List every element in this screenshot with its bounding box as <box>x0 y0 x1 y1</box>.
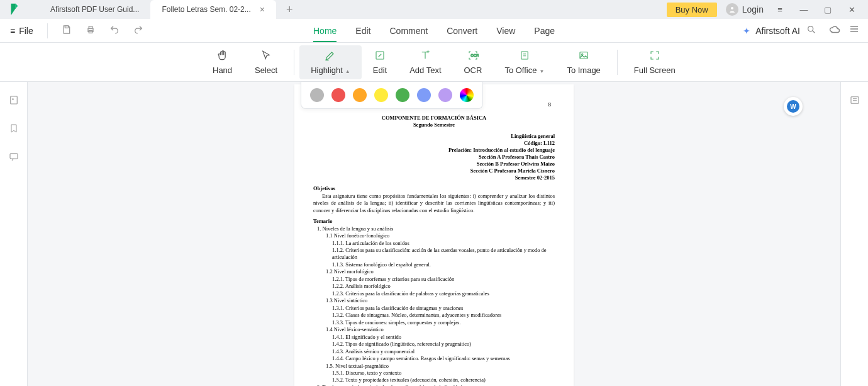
tab-edit[interactable]: Edit <box>355 20 370 42</box>
meta-line: Sección B Profesor Orlwins Maizo <box>313 161 555 167</box>
workspace: 8 Componente de Formación Básica Segundo… <box>0 82 868 386</box>
svg-text:OCR: OCR <box>470 54 479 57</box>
to-image-label: To Image <box>567 65 600 75</box>
color-wheel[interactable] <box>460 88 474 102</box>
tab-title: Afirstsoft PDF User Guid... <box>50 5 139 14</box>
close-icon[interactable]: × <box>260 4 265 14</box>
file-label: File <box>19 26 33 36</box>
doc-title-1: Componente de Formación Básica <box>313 115 555 122</box>
page: 8 Componente de Formación Básica Segundo… <box>294 84 574 386</box>
ocr-tool[interactable]: OCR OCR <box>453 45 494 79</box>
right-rail <box>840 82 868 386</box>
select-label: Select <box>255 65 277 75</box>
tab-view[interactable]: View <box>496 20 515 42</box>
convert-to-word-badge[interactable]: W <box>784 97 803 116</box>
to-office-label: To Office▼ <box>504 65 544 75</box>
hand-tool[interactable]: Hand <box>201 45 243 79</box>
outline-item: 1.1.2. Criterios para su clasificación: … <box>332 247 555 261</box>
highlight-color-popup <box>301 82 483 109</box>
color-yellow[interactable] <box>374 88 388 102</box>
meta-line: Prelación: Introducción al estudio del l… <box>313 147 555 154</box>
outline-item: 1.3.3. Tipos de oraciones: simples, comp… <box>332 319 555 326</box>
tab-convert[interactable]: Convert <box>447 20 477 42</box>
settings-lines-icon[interactable] <box>849 24 859 37</box>
document-canvas[interactable]: 8 Componente de Formación Básica Segundo… <box>28 82 840 386</box>
to-image-tool[interactable]: To Image <box>555 45 611 79</box>
separator <box>617 50 618 75</box>
save-icon[interactable] <box>62 25 72 37</box>
outline: 1. Niveles de la lengua y su análisis1.1… <box>313 225 555 386</box>
thumbnails-icon[interactable] <box>8 94 19 108</box>
ribbon: Hand Select Highlight▲ Edit Add Text OCR… <box>0 43 868 82</box>
color-blue[interactable] <box>417 88 431 102</box>
svg-rect-11 <box>10 96 17 104</box>
edit-tool[interactable]: Edit <box>362 45 398 79</box>
undo-icon[interactable] <box>109 25 120 37</box>
close-window-icon[interactable]: ✕ <box>844 2 859 17</box>
add-text-tool[interactable]: Add Text <box>398 45 452 79</box>
add-text-icon <box>420 49 431 62</box>
login-button[interactable]: Login <box>726 3 764 16</box>
outline-item: 1.3 Nivel sintáctico <box>326 297 555 304</box>
hand-icon <box>216 49 229 62</box>
doc-meta: Lingüística generalCódigo: L112Prelación… <box>313 133 555 181</box>
title-bar: Afirstsoft PDF User Guid... Folleto Letr… <box>0 0 868 19</box>
outline-item: 1.4.4. Campo léxico y campo semántico. R… <box>332 355 555 362</box>
page-number: 8 <box>548 101 552 108</box>
full-screen-label: Full Screen <box>634 65 676 75</box>
outline-item: 1.2.2. Análisis morfológico <box>332 283 555 290</box>
outline-item: 1.4.1. El significado y el sentido <box>332 334 555 341</box>
redo-icon[interactable] <box>133 25 143 37</box>
objetivos-body: Esta asignatura tiene como propósitos fu… <box>313 193 555 214</box>
outline-item: 1.5.2. Texto y propiedades textuales (ad… <box>332 377 555 383</box>
buy-now-button[interactable]: Buy Now <box>667 3 717 17</box>
outline-item: 1.4 Nivel léxico-semántico <box>326 326 555 333</box>
left-rail <box>0 82 28 386</box>
color-purple[interactable] <box>438 88 452 102</box>
color-red[interactable] <box>331 88 345 102</box>
tab-folleto[interactable]: Folleto Letras Sem. 02-2... × <box>150 0 276 19</box>
to-office-tool[interactable]: To Office▼ <box>493 45 555 79</box>
office-icon <box>519 49 530 62</box>
sparkle-icon: ✦ <box>743 26 750 36</box>
svg-rect-14 <box>851 97 859 104</box>
chevron-down-icon: ▼ <box>539 69 544 74</box>
properties-icon[interactable] <box>849 94 860 108</box>
objetivos-heading: Objetivos <box>313 185 555 192</box>
svg-point-12 <box>12 99 13 100</box>
color-gray[interactable] <box>310 88 324 102</box>
print-icon[interactable] <box>86 25 96 37</box>
highlight-label: Highlight▲ <box>311 65 350 75</box>
file-menu[interactable]: ≡ File <box>10 23 48 38</box>
highlight-tool[interactable]: Highlight▲ <box>299 45 362 79</box>
color-orange[interactable] <box>353 88 367 102</box>
maximize-icon[interactable]: ▢ <box>820 2 835 17</box>
edit-label: Edit <box>373 65 387 75</box>
outline-item: 1.4.2. Tipos de significado (lingüístico… <box>332 341 555 348</box>
comment-icon[interactable] <box>8 151 19 164</box>
tab-home[interactable]: Home <box>313 20 337 42</box>
svg-point-0 <box>731 7 733 9</box>
minimize-icon[interactable]: — <box>796 2 811 17</box>
temario-heading: Temario <box>313 218 555 225</box>
outline-item: 1.2.1. Tipos de morfemas y criterios par… <box>332 276 555 283</box>
svg-rect-1 <box>65 26 68 28</box>
color-green[interactable] <box>396 88 409 102</box>
bookmark-icon[interactable] <box>9 123 19 136</box>
tab-page[interactable]: Page <box>534 20 555 42</box>
outline-item: 1.1.3. Sistema fonológico del español ge… <box>332 261 555 268</box>
ai-label: Afirstsoft AI <box>755 26 800 36</box>
word-icon: W <box>787 100 799 113</box>
ai-button[interactable]: ✦ Afirstsoft AI <box>743 26 800 36</box>
svg-rect-8 <box>521 52 528 59</box>
select-tool[interactable]: Select <box>243 45 289 79</box>
cloud-icon[interactable] <box>829 24 840 37</box>
ocr-icon: OCR <box>467 49 479 62</box>
svg-rect-3 <box>89 26 92 28</box>
tab-comment[interactable]: Comment <box>389 20 428 42</box>
new-tab-button[interactable]: + <box>286 3 293 16</box>
full-screen-tool[interactable]: Full Screen <box>623 45 687 79</box>
menu-icon[interactable]: ≡ <box>772 2 787 17</box>
search-icon[interactable] <box>806 25 816 37</box>
tab-user-guide[interactable]: Afirstsoft PDF User Guid... <box>39 0 150 19</box>
